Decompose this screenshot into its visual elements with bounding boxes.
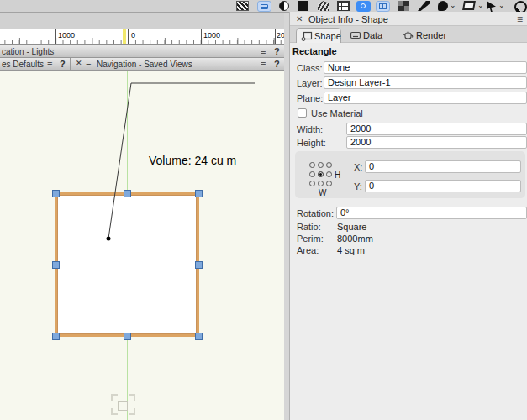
- rotation-field[interactable]: 0°: [336, 207, 527, 219]
- toolbar-empty-area: [0, 13, 284, 29]
- extrude-outline-icon[interactable]: [462, 1, 476, 10]
- shape-icon: [301, 31, 313, 41]
- marker-corner: [111, 408, 118, 415]
- anchor-radio-center[interactable]: [318, 171, 324, 177]
- compass-icon[interactable]: [514, 1, 527, 13]
- palette-help-icon[interactable]: ?: [60, 59, 66, 69]
- anchor-radio-bottom-center[interactable]: [318, 181, 324, 186]
- plane-field[interactable]: Layer: [324, 92, 527, 104]
- palette-close-icon[interactable]: ✕: [76, 59, 82, 67]
- area-value: 4 sq m: [337, 245, 365, 255]
- ruler-tick: [275, 29, 276, 44]
- anchor-radio-top-center[interactable]: [318, 162, 324, 168]
- palette-separator: [70, 58, 71, 70]
- snap-to-page-icon[interactable]: [376, 1, 390, 12]
- chevron-down-icon[interactable]: ⌄: [477, 1, 484, 9]
- palette-menu-icon[interactable]: ≡: [261, 59, 266, 69]
- ruler-label: 1000: [58, 31, 75, 39]
- tab-separator: [445, 29, 445, 40]
- ruler-label: 0: [131, 31, 135, 39]
- knife-icon[interactable]: [418, 1, 430, 11]
- anchor-h-label: H: [335, 171, 340, 180]
- palette-title-lights: cation - Lights: [2, 47, 54, 56]
- y-label: Y:: [354, 181, 362, 192]
- fill-drop-icon[interactable]: [438, 1, 448, 11]
- snap-grid-ring: [361, 3, 366, 8]
- selection-cursor-icon[interactable]: [487, 1, 496, 12]
- tab-data[interactable]: Data: [345, 28, 387, 43]
- snap-to-grid-icon[interactable]: [356, 1, 371, 12]
- tab-label: Data: [363, 30, 382, 40]
- horizontal-ruler: 1000 0 1000 2000: [0, 29, 284, 45]
- marker-corner: [111, 394, 118, 401]
- area-label: Area:: [297, 245, 319, 255]
- panel-divider: [290, 302, 527, 302]
- page-origin-marker: [111, 394, 135, 415]
- perim-value: 8000mm: [337, 234, 373, 244]
- x-label: X:: [354, 162, 362, 172]
- object-type-heading: Rectangle: [292, 46, 337, 56]
- anchor-radio-bottom-right[interactable]: [326, 181, 332, 186]
- marker-corner: [129, 408, 135, 415]
- layer-field[interactable]: Design Layer-1: [324, 76, 527, 89]
- object-info-titlebar[interactable]: ✕ Object Info - Shape ≡: [290, 12, 527, 26]
- ruler-label: 1000: [203, 31, 220, 39]
- filled-square-icon[interactable]: [298, 1, 308, 11]
- anchor-w-label: W: [319, 188, 326, 197]
- ratio-label: Ratio:: [297, 222, 321, 232]
- ruler-tick: [201, 29, 202, 44]
- palette-bar-lights[interactable]: cation - Lights ≡ ?: [0, 45, 284, 58]
- class-label: Class:: [297, 63, 323, 73]
- ruler-tick: [55, 29, 56, 44]
- marker-corner: [129, 394, 135, 401]
- plane-label: Plane:: [297, 93, 323, 103]
- use-material-checkbox[interactable]: [298, 108, 307, 118]
- width-field[interactable]: 2000: [346, 123, 527, 135]
- close-icon[interactable]: ✕: [296, 14, 303, 24]
- ratio-value: Square: [337, 222, 366, 232]
- ruler-origin-marker: [123, 29, 126, 44]
- grid-icon[interactable]: [337, 1, 350, 11]
- tab-render[interactable]: Render: [398, 28, 443, 43]
- drawing-canvas[interactable]: Volume: 24 cu m: [0, 71, 284, 420]
- anchor-radio-bottom-left[interactable]: [309, 181, 315, 186]
- palette-title-navigation: Navigation - Saved Views: [97, 60, 192, 69]
- palette-help-icon[interactable]: ?: [274, 46, 280, 56]
- rotation-label: Rotation:: [297, 208, 334, 218]
- palette-bar-row2[interactable]: es Defaults ≡ ? ✕ − Navigation - Saved V…: [0, 58, 284, 71]
- wall-style-icon[interactable]: [318, 1, 329, 11]
- anchor-radio-top-right[interactable]: [326, 162, 332, 168]
- palette-collapse-icon[interactable]: −: [86, 59, 91, 69]
- tab-separator: [393, 29, 393, 40]
- anchor-radio-top-left[interactable]: [309, 162, 315, 168]
- palette-menu-icon[interactable]: ≡: [47, 59, 52, 69]
- marker-square: [118, 401, 128, 411]
- checker-icon[interactable]: [398, 1, 409, 11]
- anchor-radio-mid-left[interactable]: [309, 171, 315, 177]
- object-info-toggle-icon[interactable]: [257, 1, 271, 12]
- y-field[interactable]: 0: [365, 180, 521, 192]
- app-window: ⌄ ⌄ ⌄ 1000 0 1000 2000 cation - Lights ≡…: [0, 0, 527, 420]
- object-info-panel: ✕ Object Info - Shape ≡ Shape Data: [289, 12, 527, 420]
- chevron-down-icon[interactable]: ⌄: [450, 1, 456, 9]
- snap-page-glyph: [379, 3, 387, 9]
- volume-annotation[interactable]: Volume: 24 cu m: [149, 154, 236, 167]
- palette-menu-icon[interactable]: ≡: [261, 46, 266, 56]
- panel-title: Object Info - Shape: [308, 14, 388, 24]
- height-field[interactable]: 2000: [346, 136, 527, 149]
- chevron-down-icon[interactable]: ⌄: [498, 1, 505, 9]
- anchor-radio-mid-right[interactable]: [326, 171, 332, 177]
- palette-help-icon[interactable]: ?: [274, 59, 280, 69]
- object-info-tabbar: Shape Data Render: [290, 26, 527, 43]
- tab-label: Shape: [314, 31, 341, 41]
- toolbar-strip: ⌄ ⌄ ⌄: [0, 0, 527, 13]
- panel-menu-icon[interactable]: ≡: [517, 13, 523, 25]
- tab-shape[interactable]: Shape: [296, 28, 341, 43]
- ruler-tick: [128, 29, 129, 44]
- object-info-toggle-glyph: [261, 4, 268, 9]
- hatch-fill-icon[interactable]: [236, 1, 249, 11]
- contrast-icon[interactable]: [279, 1, 289, 11]
- x-field[interactable]: 0: [365, 160, 521, 173]
- class-field[interactable]: None: [324, 61, 527, 74]
- position-anchor-box: H W X: 0 Y: 0: [295, 151, 525, 198]
